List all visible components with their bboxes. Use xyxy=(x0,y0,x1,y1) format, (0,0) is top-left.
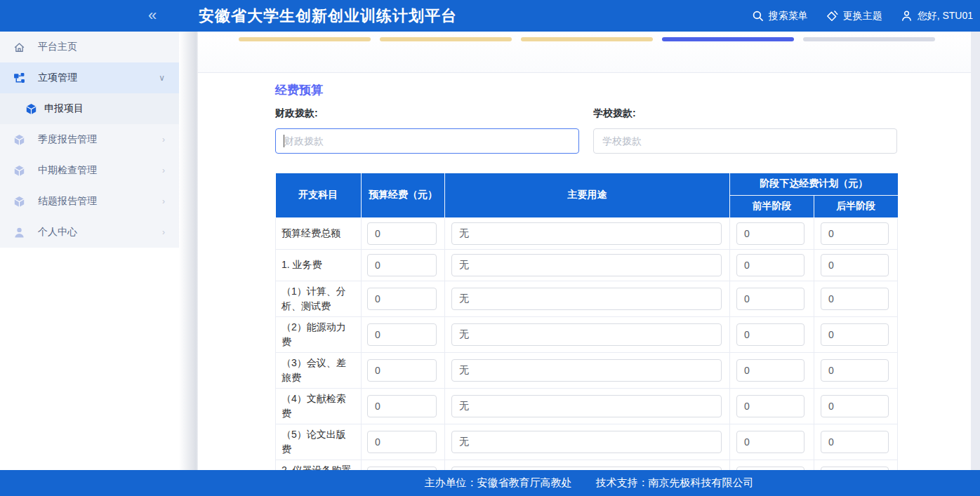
col-header-budget: 预算经费（元） xyxy=(362,173,445,217)
finance-allocation-input[interactable] xyxy=(275,128,579,154)
second-stage-input[interactable] xyxy=(821,431,889,453)
step-bar-done xyxy=(239,37,371,41)
expense-subject-label: 1. 业务费 xyxy=(276,249,362,281)
col-header-subject: 开支科目 xyxy=(276,173,362,217)
sidebar-item-personal-center[interactable]: 个人中心 › xyxy=(0,217,179,248)
scrollbar[interactable] xyxy=(971,32,980,470)
sidebar-item-apply-project[interactable]: 申报项目 xyxy=(0,93,179,124)
main-purpose-input[interactable] xyxy=(451,359,722,382)
expense-subject-label: 预算经费总额 xyxy=(276,217,362,249)
chevron-right-icon: › xyxy=(162,227,165,237)
table-row: 预算经费总额 xyxy=(276,217,898,249)
chevron-right-icon: › xyxy=(162,166,165,175)
chevron-down-icon: ∨ xyxy=(159,73,165,83)
second-stage-input[interactable] xyxy=(821,395,889,417)
second-stage-input[interactable] xyxy=(821,323,889,346)
sidebar-shadow xyxy=(179,32,198,470)
expense-subject-label: （3）会议、差旅费 xyxy=(276,352,362,388)
cube-icon xyxy=(13,195,25,208)
second-stage-input[interactable] xyxy=(821,288,889,310)
person-icon xyxy=(13,226,25,239)
school-allocation-input[interactable] xyxy=(593,128,897,154)
table-row: （5）论文出版费 xyxy=(276,424,898,460)
second-stage-input[interactable] xyxy=(821,359,889,382)
cube-icon xyxy=(13,164,25,177)
main-purpose-input[interactable] xyxy=(451,323,722,346)
sidebar-item-midterm-check[interactable]: 中期检查管理 › xyxy=(0,155,179,186)
sidebar-item-quarterly-report[interactable]: 季度报告管理 › xyxy=(0,124,179,155)
main-purpose-input[interactable] xyxy=(451,222,722,245)
main-purpose-input[interactable] xyxy=(451,395,722,417)
first-stage-input[interactable] xyxy=(736,359,804,382)
sidebar-collapse-icon[interactable]: « xyxy=(148,0,157,32)
main-purpose-input[interactable] xyxy=(451,431,722,453)
budget-amount-input[interactable] xyxy=(367,323,437,346)
sidebar-item-final-report[interactable]: 结题报告管理 › xyxy=(0,186,179,217)
first-stage-input[interactable] xyxy=(736,395,804,417)
first-stage-input[interactable] xyxy=(736,288,804,310)
budget-table: 开支科目 预算经费（元） 主要用途 阶段下达经费计划（元） 前半阶段 后半阶段 … xyxy=(275,173,898,496)
table-row: （4）文献检索费 xyxy=(276,388,898,424)
budget-amount-input[interactable] xyxy=(367,254,437,276)
budget-amount-input[interactable] xyxy=(367,288,437,310)
footer: 主办单位：安徽省教育厅高教处 技术支持：南京先极科技有限公司 xyxy=(0,470,980,496)
home-icon xyxy=(13,41,25,53)
col-header-purpose: 主要用途 xyxy=(445,173,730,217)
theme-icon xyxy=(826,10,839,22)
table-row: （2）能源动力费 xyxy=(276,316,898,352)
second-stage-input[interactable] xyxy=(821,222,889,245)
field-label-finance: 财政拨款: xyxy=(275,107,579,121)
main-purpose-input[interactable] xyxy=(451,254,722,276)
app-title: 安徽省大学生创新创业训练计划平台 xyxy=(199,0,457,32)
sidebar-item-project-management[interactable]: 立项管理 ∨ xyxy=(0,62,179,93)
search-menu-button[interactable]: 搜索菜单 xyxy=(752,10,808,22)
step-progress xyxy=(198,32,971,73)
change-theme-button[interactable]: 更换主题 xyxy=(826,10,882,22)
footer-support: 技术支持：南京先极科技有限公司 xyxy=(596,476,754,490)
budget-amount-input[interactable] xyxy=(367,359,437,382)
user-icon xyxy=(901,10,913,22)
main-purpose-input[interactable] xyxy=(451,288,722,310)
search-menu-label: 搜索菜单 xyxy=(769,10,808,22)
budget-amount-input[interactable] xyxy=(367,395,437,417)
sitemap-icon xyxy=(13,72,25,84)
chevron-right-icon: › xyxy=(162,135,165,145)
col-header-stage-second: 后半阶段 xyxy=(814,195,898,217)
chevron-right-icon: › xyxy=(162,196,165,206)
col-header-stage-first: 前半阶段 xyxy=(730,195,814,217)
budget-amount-input[interactable] xyxy=(367,431,437,453)
expense-subject-label: （5）论文出版费 xyxy=(276,424,362,460)
section-title: 经费预算 xyxy=(275,82,971,99)
sidebar: 平台主页 立项管理 ∨ 申报项目 xyxy=(0,32,179,470)
table-row: （1）计算、分析、测试费 xyxy=(276,281,898,316)
field-label-school: 学校拨款: xyxy=(593,107,897,121)
second-stage-input[interactable] xyxy=(821,254,889,276)
app-header: « 安徽省大学生创新创业训练计划平台 搜索菜单 更换主题 xyxy=(0,0,980,32)
cube-icon xyxy=(13,133,25,146)
expense-subject-label: （4）文献检索费 xyxy=(276,388,362,424)
user-greeting: 您好, STU01 xyxy=(918,10,973,22)
table-row: 1. 业务费 xyxy=(276,249,898,281)
table-row: （3）会议、差旅费 xyxy=(276,352,898,388)
step-bar-done xyxy=(380,37,512,41)
step-bar-active xyxy=(662,37,794,41)
sidebar-item-home[interactable]: 平台主页 xyxy=(0,32,179,62)
first-stage-input[interactable] xyxy=(736,431,804,453)
text-cursor xyxy=(284,135,284,147)
user-menu[interactable]: 您好, STU01 xyxy=(901,10,973,22)
expense-subject-label: （1）计算、分析、测试费 xyxy=(276,281,362,316)
cube-icon xyxy=(25,102,37,115)
first-stage-input[interactable] xyxy=(736,222,804,245)
main-content: 经费预算 财政拨款: 学校拨款: xyxy=(198,32,971,496)
search-icon xyxy=(752,10,764,22)
budget-amount-input[interactable] xyxy=(367,222,437,245)
footer-host: 主办单位：安徽省教育厅高教处 xyxy=(425,476,572,490)
first-stage-input[interactable] xyxy=(736,323,804,346)
expense-subject-label: （2）能源动力费 xyxy=(276,316,362,352)
step-bar-done xyxy=(521,37,653,41)
col-header-stage-plan: 阶段下达经费计划（元） xyxy=(730,173,898,195)
first-stage-input[interactable] xyxy=(736,254,804,276)
step-bar-pending xyxy=(803,37,935,41)
change-theme-label: 更换主题 xyxy=(843,10,882,22)
